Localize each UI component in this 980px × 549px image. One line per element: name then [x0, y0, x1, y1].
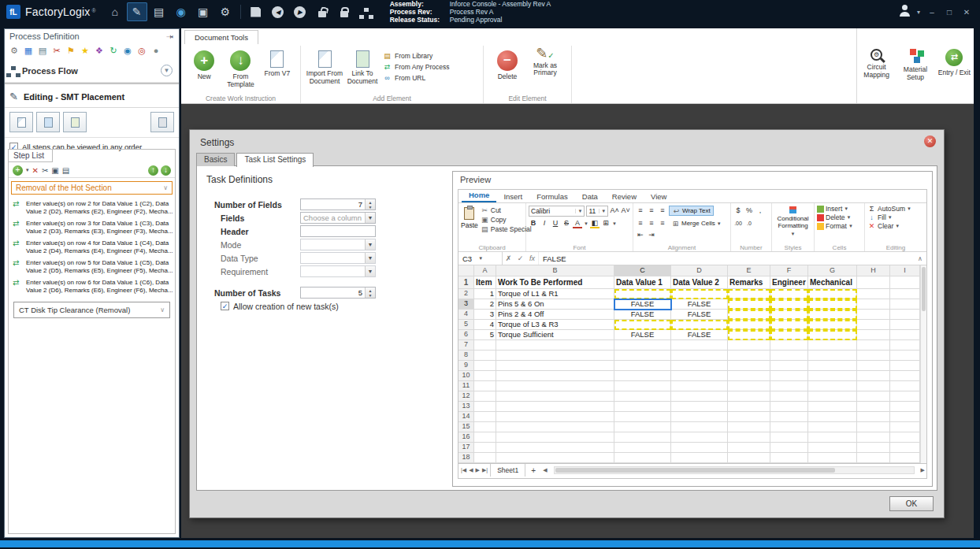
target-icon[interactable]: ◎	[135, 45, 148, 56]
cell-A6[interactable]: 5	[474, 330, 496, 340]
cell-A12[interactable]	[474, 391, 496, 402]
cell-A1[interactable]: Item	[474, 276, 496, 289]
cell-F15[interactable]	[770, 422, 808, 432]
cell-F9[interactable]	[770, 361, 808, 371]
next-sheet-icon[interactable]: ▶	[476, 467, 480, 473]
tab-basics[interactable]: Basics	[196, 153, 235, 166]
cell-C3[interactable]: FALSE	[614, 299, 671, 310]
scroll-right-icon[interactable]: ▶	[919, 467, 926, 473]
cell-F8[interactable]	[770, 351, 808, 361]
cell-C17[interactable]	[614, 443, 671, 453]
confirm-entry-icon[interactable]: ✓	[514, 252, 526, 265]
collapse-section-icon[interactable]: ▼	[161, 65, 173, 76]
entry-exit-button[interactable]: ⇄ Entry / Exit	[936, 49, 972, 77]
cell-B16[interactable]	[496, 432, 614, 443]
minimize-icon[interactable]: –	[926, 8, 937, 17]
row-header-8[interactable]: 8	[458, 351, 474, 361]
cell-E10[interactable]	[728, 371, 770, 381]
cell-H16[interactable]	[857, 432, 890, 443]
cell-A17[interactable]	[474, 443, 496, 453]
cell-G15[interactable]	[808, 422, 857, 432]
cell-A8[interactable]	[474, 351, 496, 361]
cell-G14[interactable]	[808, 412, 857, 422]
cell-B12[interactable]	[496, 391, 614, 402]
row-header-4[interactable]: 4	[458, 310, 474, 320]
percent-icon[interactable]: %	[744, 206, 754, 216]
cell-E11[interactable]	[728, 381, 770, 391]
cell-H6[interactable]	[857, 330, 890, 340]
cell-G3[interactable]	[808, 299, 857, 310]
from-library-button[interactable]: ▤ From Library	[383, 52, 449, 60]
cell-H10[interactable]	[857, 371, 890, 381]
cell-H11[interactable]	[857, 381, 890, 391]
cell-I15[interactable]	[890, 422, 920, 432]
cell-A7[interactable]	[474, 340, 496, 351]
cell-F3[interactable]	[770, 299, 808, 310]
cell-G4[interactable]	[808, 310, 857, 320]
cut-icon[interactable]: ✂	[50, 45, 63, 56]
cell-D1[interactable]: Data Value 2	[671, 276, 728, 289]
cell-C12[interactable]	[614, 391, 671, 402]
borders-icon[interactable]: ⊞	[601, 218, 611, 228]
excel-tab-view[interactable]: View	[644, 191, 674, 202]
copy-step-icon[interactable]: ▣	[51, 166, 58, 175]
row-header-2[interactable]: 2	[458, 289, 474, 299]
mode-dropdown[interactable]: ▼	[300, 239, 376, 250]
conditional-formatting-button[interactable]: Conditional Formatting	[774, 215, 811, 229]
cell-E4[interactable]	[728, 310, 770, 320]
cell-G13[interactable]	[808, 402, 857, 412]
cell-I7[interactable]	[890, 340, 920, 351]
fields-dropdown[interactable]: Choose a column ▼	[300, 212, 376, 224]
cell-E5[interactable]	[728, 320, 770, 330]
select-all-corner[interactable]	[458, 265, 474, 276]
cell-E12[interactable]	[728, 391, 770, 402]
cell-G6[interactable]	[808, 330, 857, 340]
restore-icon[interactable]: □	[944, 8, 955, 17]
font-color-caret-icon[interactable]: ▼	[584, 221, 588, 226]
vertical-scrollbar[interactable]	[920, 265, 926, 463]
cell-I11[interactable]	[890, 381, 920, 391]
formula-input[interactable]: FALSE	[538, 252, 914, 265]
conditional-formatting-caret-icon[interactable]: ▼	[791, 231, 796, 238]
document-tools-tab[interactable]: Document Tools	[184, 30, 258, 44]
cell-D4[interactable]: FALSE	[671, 310, 728, 320]
circuit-mapping-button[interactable]: ⚙ Circuit Mapping	[859, 49, 895, 79]
row-header-12[interactable]: 12	[458, 391, 474, 402]
cell-C9[interactable]	[614, 361, 671, 371]
number-of-fields-spinner[interactable]: 7 ▲▼	[300, 198, 376, 210]
cell-B10[interactable]	[496, 371, 614, 381]
cell-A15[interactable]	[474, 422, 496, 432]
link-to-document-button[interactable]: Link To Document	[343, 48, 381, 93]
cell-I13[interactable]	[890, 402, 920, 412]
italic-icon[interactable]: I	[540, 218, 549, 228]
process-definition-icon[interactable]: ✎	[127, 2, 147, 21]
spinner-arrows-icon[interactable]: ▲▼	[365, 287, 375, 298]
cancel-entry-icon[interactable]: ✗	[503, 252, 514, 265]
cell-I6[interactable]	[890, 330, 920, 340]
cell-A5[interactable]: 4	[474, 320, 496, 330]
cell-H3[interactable]	[857, 299, 890, 310]
last-sheet-icon[interactable]: ▶|	[482, 467, 488, 473]
cell-E16[interactable]	[728, 432, 770, 443]
cell-D16[interactable]	[671, 432, 728, 443]
format-cells-button[interactable]: Format▼	[817, 222, 862, 230]
row-header-11[interactable]: 11	[458, 381, 474, 391]
cell-B18[interactable]	[496, 453, 614, 463]
import-document-button[interactable]	[36, 112, 60, 132]
cell-C8[interactable]	[614, 351, 671, 361]
cell-F18[interactable]	[770, 453, 808, 463]
row-header-14[interactable]: 14	[458, 412, 474, 422]
row-header-1[interactable]: 1	[458, 276, 474, 289]
column-header-B[interactable]: B	[496, 265, 614, 276]
cell-A10[interactable]	[474, 371, 496, 381]
cell-A13[interactable]	[474, 402, 496, 412]
cell-H14[interactable]	[857, 412, 890, 422]
flag-icon[interactable]: ⚑	[65, 45, 77, 56]
cell-E2[interactable]	[728, 289, 770, 299]
paste-step-icon[interactable]: ▤	[62, 166, 69, 175]
cell-A4[interactable]: 3	[474, 310, 496, 320]
align-middle-icon[interactable]: ≡	[647, 206, 656, 216]
cell-I9[interactable]	[890, 361, 920, 371]
delete-step-icon[interactable]: ✕	[32, 166, 39, 175]
print-icon[interactable]: ▤	[36, 45, 49, 56]
